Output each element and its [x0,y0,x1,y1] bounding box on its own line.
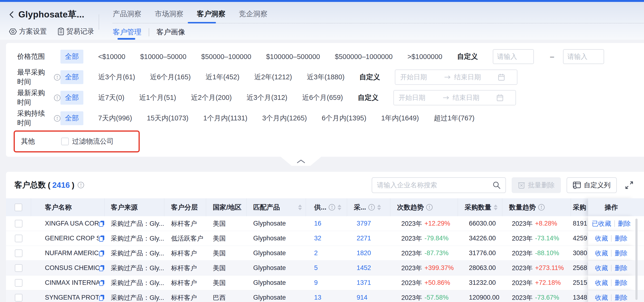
row-checkbox[interactable] [15,234,22,242]
customer-name[interactable]: CINMAX INTERNATIO [45,279,99,286]
duration-option[interactable]: 3个月内(1265) [262,114,307,123]
supplier-count-link[interactable]: 16 [314,220,321,227]
tab-product-insight[interactable]: 产品洞察 [113,9,142,19]
latest-end-date-input[interactable] [453,94,493,102]
sort-control[interactable] [338,204,341,210]
price-option[interactable]: $500000–1000000 [335,53,393,61]
customer-name[interactable]: SYNGENTA PROTEC [45,294,99,301]
price-custom-label[interactable]: 自定义 [457,52,478,62]
duration-option[interactable]: 超过1年(767) [434,114,475,123]
filter-logistics-checkbox[interactable] [61,138,69,145]
duration-option[interactable]: 15天内(1073) [147,114,188,123]
info-icon[interactable]: ! [54,94,60,101]
customer-name[interactable]: GENERIC CROP SCI [45,234,99,242]
company-search-box[interactable] [372,177,506,193]
copy-icon[interactable] [99,220,105,228]
favorite-link[interactable]: 收藏 [595,249,608,258]
price-option[interactable]: $100000–500000 [266,53,320,61]
subtab-customer-profile[interactable]: 客户画像 [156,27,185,37]
delete-link[interactable]: 删除 [614,264,628,272]
back-button[interactable] [8,10,14,19]
supplier-count-link[interactable]: 13 [314,294,321,301]
info-icon[interactable]: ! [538,204,545,210]
fullscreen-button[interactable] [624,180,634,190]
info-icon[interactable]: ! [78,182,84,188]
company-search-input[interactable] [377,181,492,189]
row-checkbox[interactable] [15,250,22,257]
purchase-count-link[interactable]: 914 [357,294,368,301]
earliest-option[interactable]: 近1年(452) [206,72,240,82]
latest-start-date-input[interactable] [399,94,439,102]
row-checkbox[interactable] [15,294,22,302]
latest-option[interactable]: 近1个月(51) [139,93,176,102]
delete-link[interactable]: 删除 [614,294,628,302]
earliest-option[interactable]: 近3个月(61) [98,72,135,82]
latest-option[interactable]: 近3个月(312) [246,93,287,102]
filter-collapse-toggle[interactable] [281,157,321,166]
price-option[interactable]: <$10000 [98,53,126,61]
favorite-link[interactable]: 收藏 [595,234,608,243]
copy-icon[interactable] [99,294,105,302]
price-max-input[interactable] [563,49,604,64]
purchase-count-link[interactable]: 1452 [357,264,371,272]
sort-control[interactable] [494,204,498,210]
copy-icon[interactable] [99,234,105,242]
earliest-date-range-picker[interactable] [395,70,518,85]
row-checkbox[interactable] [15,279,22,287]
trade-records-button[interactable]: 贸易记录 [58,27,94,36]
info-icon[interactable]: ! [368,204,375,210]
earliest-option[interactable]: 近3年(1880) [307,72,344,82]
latest-custom-label[interactable]: 自定义 [358,93,378,102]
row-checkbox[interactable] [15,264,22,272]
supplier-count-link[interactable]: 2 [314,250,318,257]
supplier-count-link[interactable]: 5 [314,264,318,272]
earliest-custom-label[interactable]: 自定义 [359,72,380,82]
favorite-link[interactable]: 收藏 [595,264,608,272]
duration-option[interactable]: 6个月内(1395) [322,114,366,123]
duration-option[interactable]: 1年内(1649) [381,114,419,123]
latest-option[interactable]: 近7天(0) [98,93,124,102]
tab-customer-insight[interactable]: 客户洞察 [197,9,226,19]
table-scrollbar[interactable] [636,218,638,300]
sort-control[interactable] [298,204,302,210]
price-option[interactable]: $50000–100000 [201,53,251,61]
info-icon[interactable]: ! [54,115,60,122]
supplier-count-link[interactable]: 32 [314,234,321,242]
price-all-chip[interactable]: 全部 [60,50,83,64]
info-icon[interactable]: ! [54,74,60,80]
subtab-customer-management[interactable]: 客户管理 [113,27,142,37]
latest-all-chip[interactable]: 全部 [60,91,83,105]
earliest-option[interactable]: 近2年(1212) [254,72,292,82]
customize-columns-button[interactable]: 自定义列 [566,177,617,193]
purchase-count-link[interactable]: 3797 [357,220,371,227]
earliest-end-date-input[interactable] [454,73,495,81]
batch-delete-button[interactable]: 批量删除 [512,177,561,193]
earliest-start-date-input[interactable] [400,73,441,81]
sort-control[interactable] [377,204,381,210]
scheme-settings-button[interactable]: 方案设置 [9,27,47,36]
copy-icon[interactable] [99,264,105,272]
price-min-input[interactable] [493,49,534,64]
favorite-link[interactable]: 已收藏 [592,219,611,228]
customer-name[interactable]: CONSUS CHEMICAL [45,264,99,272]
info-icon[interactable]: ! [426,204,432,210]
delete-link[interactable]: 删除 [614,234,628,243]
favorite-link[interactable]: 收藏 [595,294,608,302]
duration-all-chip[interactable]: 全部 [60,111,83,125]
tab-competitor-insight[interactable]: 竞企洞察 [239,9,268,19]
copy-icon[interactable] [99,279,105,287]
favorite-link[interactable]: 收藏 [595,278,608,287]
copy-icon[interactable] [99,250,105,257]
earliest-all-chip[interactable]: 全部 [60,70,83,84]
supplier-count-link[interactable]: 9 [314,279,318,286]
price-option[interactable]: $10000–50000 [140,53,186,61]
duration-option[interactable]: 7天内(996) [98,114,132,123]
purchase-count-link[interactable]: 1371 [357,279,371,286]
row-checkbox[interactable] [15,220,22,228]
purchase-count-link[interactable]: 2271 [357,234,371,242]
filter-logistics-checkbox-label[interactable]: 过滤物流公司 [72,137,114,146]
price-option[interactable]: >$1000000 [408,53,442,61]
customer-name[interactable]: NUFARM AMERICAS, [45,250,99,257]
info-icon[interactable]: ! [329,204,335,210]
earliest-option[interactable]: 近6个月(165) [150,72,191,82]
